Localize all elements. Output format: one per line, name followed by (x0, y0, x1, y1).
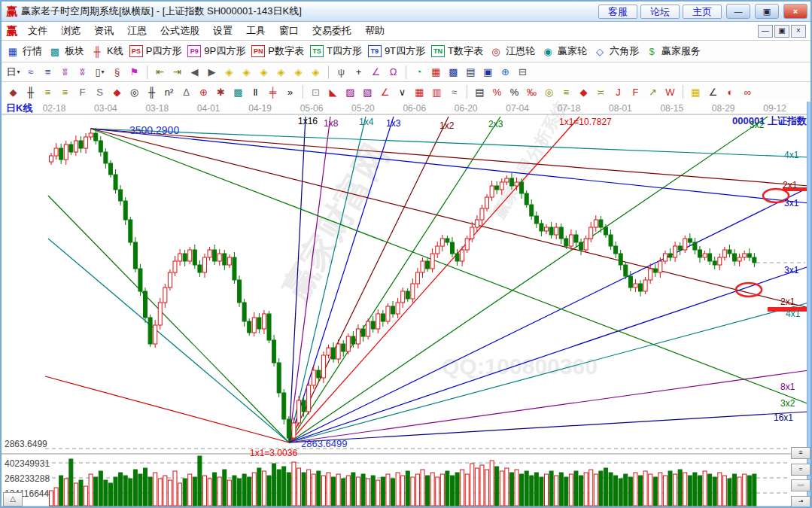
price-mark-icon[interactable]: ◆ (576, 84, 592, 99)
calendar-icon[interactable]: ▦ (428, 65, 444, 80)
tick-ruler-icon[interactable]: ╫ (144, 84, 160, 99)
9t-square-button[interactable]: T99T四方形 (368, 44, 425, 58)
multi-line-icon[interactable]: ≈ (446, 84, 462, 99)
pane-split-button-1[interactable]: ≡ (791, 447, 810, 459)
trend-draw-icon[interactable]: ∠ (705, 84, 721, 99)
box-tool-icon[interactable]: ⊡ (308, 84, 324, 99)
gann-tool-icon[interactable]: § (109, 65, 125, 80)
fit-all-icon[interactable]: ◈ (308, 65, 324, 80)
gold-channel-icon[interactable]: ≍ (593, 84, 609, 99)
forum-button[interactable]: 论坛 (640, 5, 680, 19)
angle-measure-icon[interactable]: ∠ (368, 65, 384, 80)
spiral-icon[interactable]: S (92, 84, 108, 99)
expand-corner-button[interactable]: △ (3, 492, 23, 506)
t-number-table-button[interactable]: TNT数字表 (431, 44, 483, 58)
p-square-button[interactable]: PSP四方形 (129, 44, 182, 58)
menu-item-6[interactable]: 工具 (239, 23, 272, 39)
menu-item-2[interactable]: 资讯 (87, 23, 120, 39)
menu-item-3[interactable]: 江恩 (120, 23, 154, 39)
winner-wheel-button[interactable]: ◉赢家轮 (541, 44, 587, 58)
f-ruler-icon[interactable]: F (75, 84, 90, 99)
menu-item-0[interactable]: 文件 (21, 23, 54, 39)
pane-split-button-2[interactable]: = (791, 464, 810, 476)
info-board-icon[interactable]: ≡ (40, 65, 56, 80)
hand-drag-icon[interactable]: ψ (333, 65, 349, 80)
sectors-button[interactable]: ▩板块 (48, 44, 84, 58)
gann-wheel-button[interactable]: ◎江恩轮 (489, 44, 535, 58)
mirror-icon[interactable]: Δ (178, 84, 194, 99)
prev-icon[interactable]: ◀ (187, 65, 202, 80)
circle-ruler-icon[interactable]: ◎ (126, 84, 142, 99)
restore-button[interactable]: ▣ (755, 4, 779, 19)
more-tools-icon[interactable]: » (282, 84, 298, 99)
9p-square-button[interactable]: P99P四方形 (187, 44, 245, 58)
menu-item-5[interactable]: 设置 (206, 23, 239, 39)
gold-ruler2-icon[interactable]: ≡ (57, 84, 73, 99)
shift-left-icon[interactable]: ◈ (221, 65, 237, 80)
gold-ruler1-icon[interactable]: ≡ (40, 84, 56, 99)
home-button[interactable]: 主页 (683, 5, 722, 19)
quotes-button[interactable]: ▦行情 (6, 44, 42, 58)
target-icon[interactable]: ⊕ (196, 84, 211, 99)
expand-y-icon[interactable]: ◈ (290, 65, 306, 80)
shift-right-icon[interactable]: ◈ (239, 65, 254, 80)
angle-line-icon[interactable]: ∠ (377, 84, 393, 99)
stats-icon[interactable]: ▤ (472, 84, 488, 99)
zoom-out-x-icon[interactable]: ◈ (256, 65, 272, 80)
hexagon-button[interactable]: ◇六角形 (593, 44, 639, 58)
next-icon[interactable]: ▶ (204, 65, 220, 80)
pattern-icon[interactable]: ≈ (23, 65, 38, 80)
network-icon[interactable]: ⊕ (497, 65, 513, 80)
red-grid-icon[interactable]: ▦ (412, 84, 427, 99)
f-angle-icon[interactable]: F (628, 84, 643, 99)
god-ruler-icon[interactable]: ╪ (265, 84, 281, 99)
golden-section-icon[interactable]: ◎ (541, 84, 557, 99)
pane-split-button-3[interactable]: — (791, 479, 810, 491)
pattern-search-icon[interactable]: ◔ (411, 65, 427, 80)
marker-icon[interactable]: ◆ (109, 84, 125, 99)
pane-split-button-4[interactable]: -• (791, 496, 810, 508)
wave3-icon[interactable]: ʬ (57, 65, 73, 80)
wave9-icon[interactable]: ʬ (75, 65, 90, 80)
candle-type-selector[interactable]: ▯▾ (92, 65, 108, 80)
percent-zone-icon[interactable]: % (489, 84, 505, 99)
yellow-grid-icon[interactable]: ▦ (688, 84, 704, 99)
last-page-icon[interactable]: ⇥ (169, 65, 185, 80)
vertical-scrollbar[interactable] (807, 102, 812, 506)
gann-box-icon[interactable]: ▨ (342, 84, 358, 99)
pause-icon[interactable]: Ⅱ (248, 84, 263, 99)
zigzag-icon[interactable]: ∨ (394, 84, 410, 99)
menu-item-9[interactable]: 帮助 (358, 23, 391, 39)
period-day-selector[interactable]: 日▾ (5, 65, 21, 80)
print-icon[interactable]: ⊟ (515, 65, 531, 80)
close-button[interactable]: × (783, 4, 807, 19)
ray-fan-icon[interactable]: ◣ (325, 84, 341, 99)
infinity-icon[interactable]: ∞ (740, 84, 756, 99)
j-angle-icon[interactable]: J (610, 84, 626, 99)
menu-item-7[interactable]: 窗口 (272, 23, 306, 39)
mdi-minimize-button[interactable]: — (758, 25, 773, 38)
s-angle-icon[interactable]: ↗ (645, 84, 661, 99)
first-page-icon[interactable]: ⇤ (152, 65, 168, 80)
kline-button[interactable]: ╫K线 (90, 44, 123, 58)
percent-icon[interactable]: % (506, 84, 522, 99)
mdi-restore-button[interactable]: ▣ (774, 25, 789, 38)
minimize-button[interactable]: — (726, 4, 750, 19)
zoom-in-x-icon[interactable]: ◈ (273, 65, 289, 80)
n2-icon[interactable]: n² (161, 84, 177, 99)
brush-icon[interactable]: ◆ (5, 84, 21, 99)
winner-service-button[interactable]: $赢家服务 (645, 44, 701, 58)
customer-service-button[interactable]: 客服 (598, 5, 637, 19)
web2-icon[interactable]: ▩ (230, 84, 246, 99)
crosshair-icon[interactable]: + (351, 65, 366, 80)
taiji-icon[interactable]: ◐ (722, 84, 738, 99)
menu-item-8[interactable]: 交易委托 (306, 23, 358, 39)
win-angle-icon[interactable]: W (662, 84, 678, 99)
menu-item-1[interactable]: 浏览 (54, 23, 87, 39)
web1-icon[interactable]: ✱ (213, 84, 229, 99)
percent-line-icon[interactable]: ‰ (524, 84, 540, 99)
t-square-button[interactable]: TST四方形 (310, 44, 362, 58)
mdi-close-button[interactable]: × (791, 25, 806, 38)
gann-grid-icon[interactable]: ▧ (360, 84, 376, 99)
menu-item-4[interactable]: 公式选股 (154, 23, 206, 39)
